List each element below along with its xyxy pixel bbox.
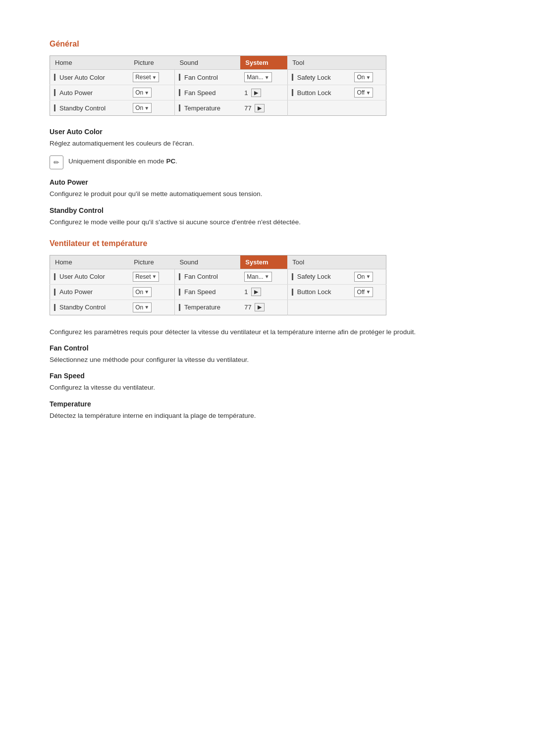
general-section: Général Home Picture Sound System Tool U… [50, 40, 485, 227]
bar-icon [179, 74, 180, 81]
v-col3-fan-control: Fan Control [174, 269, 240, 284]
user-auto-color-desc: Réglez automatiquement les couleurs de l… [50, 139, 485, 149]
v-col2-auto-power-val[interactable]: On▼ [129, 284, 174, 300]
bar-icon [292, 89, 293, 96]
temperature-desc: Détectez la température interne en indiq… [50, 411, 485, 421]
tab-system[interactable]: System [240, 56, 287, 70]
standby-control-desc: Configurez le mode veille pour qu'il s'a… [50, 217, 485, 227]
bar-icon [179, 89, 180, 96]
v-col2-reset[interactable]: Reset▼ [129, 269, 174, 284]
bar-icon [292, 74, 293, 81]
temperature-section: Temperature Détectez la température inte… [50, 400, 485, 421]
v-col5-empty [287, 300, 350, 315]
standby-control-section: Standby Control Configurez le mode veill… [50, 206, 485, 227]
bar-icon [54, 304, 55, 311]
tab2-home[interactable]: Home [50, 255, 129, 269]
bar-icon [292, 273, 293, 280]
dropdown-arrow-icon: ▼ [144, 304, 149, 310]
dropdown-arrow-icon: ▼ [366, 90, 371, 96]
col6-empty [350, 101, 386, 116]
dropdown-arrow-icon: ▼ [152, 75, 157, 80]
dropdown-arrow-icon: ▼ [366, 75, 371, 80]
temperature-arrow-2[interactable]: ▶ [255, 303, 265, 311]
note-text: Uniquement disponible en mode PC. [68, 155, 177, 165]
auto-power-title: Auto Power [50, 178, 485, 186]
col1-standby-control: Standby Control [50, 101, 129, 116]
tab-row: Home Picture Sound System Tool [50, 56, 386, 70]
v-col4-fan-speed-val[interactable]: 1 ▶ [240, 284, 287, 300]
v-col5-safety-lock: Safety Lock [287, 269, 350, 284]
fan-speed-arrow[interactable]: ▶ [251, 89, 261, 97]
v-col6-button-lock-val[interactable]: Off▼ [350, 284, 386, 300]
ventilateur-title: Ventilateur et température [50, 239, 485, 248]
tab2-picture[interactable]: Picture [129, 255, 174, 269]
table-row: Auto Power On▼ Fan Speed 1 ▶ Button Lock [50, 85, 386, 101]
bar-icon [179, 104, 180, 111]
v-col2-standby-val[interactable]: On▼ [129, 300, 174, 315]
ventilateur-table: Home Picture Sound System Tool User Auto… [50, 255, 386, 315]
col6-button-lock-val[interactable]: Off▼ [350, 85, 386, 101]
tab2-system[interactable]: System [240, 255, 287, 269]
fan-control-section: Fan Control Sélectionnez une méthode pou… [50, 344, 485, 365]
auto-power-desc: Configurez le produit pour qu'il se mett… [50, 189, 485, 199]
tab-row-2: Home Picture Sound System Tool [50, 255, 386, 269]
table-row: Standby Control On▼ Temperature 77 ▶ [50, 101, 386, 116]
v-col6-safety-lock-val[interactable]: On▼ [350, 269, 386, 284]
fan-speed-title: Fan Speed [50, 372, 485, 380]
v-col4-fan-control-val[interactable]: Man...▼ [240, 269, 287, 284]
bar-icon [54, 89, 55, 96]
tab-sound[interactable]: Sound [174, 56, 240, 70]
col3-fan-control: Fan Control [174, 70, 240, 85]
temperature-title: Temperature [50, 400, 485, 408]
bar-icon [179, 289, 180, 296]
ventilateur-section: Ventilateur et température Home Picture … [50, 239, 485, 421]
note-icon: ✏ [50, 155, 63, 169]
bar-icon [54, 74, 55, 81]
v-col5-button-lock: Button Lock [287, 284, 350, 300]
v-col3-fan-speed: Fan Speed [174, 284, 240, 300]
col4-fan-control-val[interactable]: Man...▼ [240, 70, 287, 85]
user-auto-color-section: User Auto Color Réglez automatiquement l… [50, 128, 485, 169]
v-col4-temperature-val[interactable]: 77 ▶ [240, 300, 287, 315]
tab2-tool[interactable]: Tool [287, 255, 386, 269]
tab-home[interactable]: Home [50, 56, 129, 70]
tab2-sound[interactable]: Sound [174, 255, 240, 269]
col5-button-lock: Button Lock [287, 85, 350, 101]
auto-power-section: Auto Power Configurez le produit pour qu… [50, 178, 485, 199]
fan-speed-desc: Configurez la vitesse du ventilateur. [50, 383, 485, 393]
ventilateur-desc: Configurez les paramètres requis pour dé… [50, 327, 485, 337]
fan-speed-arrow-2[interactable]: ▶ [251, 288, 261, 296]
col5-empty [287, 101, 350, 116]
dropdown-arrow-icon: ▼ [152, 274, 157, 279]
v-col6-empty [350, 300, 386, 315]
dropdown-arrow-icon: ▼ [144, 105, 149, 111]
table-row-2: Auto Power On▼ Fan Speed 1 ▶ Button Lock [50, 284, 386, 300]
col2-reset[interactable]: Reset▼ [129, 70, 174, 85]
tab-picture[interactable]: Picture [129, 56, 174, 70]
col4-temperature-val[interactable]: 77 ▶ [240, 101, 287, 116]
note-box: ✏ Uniquement disponible en mode PC. [50, 155, 485, 169]
general-table: Home Picture Sound System Tool User Auto… [50, 55, 386, 116]
col2-auto-power-val[interactable]: On▼ [129, 85, 174, 101]
bar-icon [179, 304, 180, 311]
dropdown-arrow-icon: ▼ [265, 75, 269, 80]
bar-icon [54, 104, 55, 111]
table-row: User Auto Color Reset▼ Fan Control Man..… [50, 70, 386, 85]
bar-icon [54, 273, 55, 280]
col3-fan-speed: Fan Speed [174, 85, 240, 101]
col4-fan-speed-val[interactable]: 1 ▶ [240, 85, 287, 101]
fan-control-title: Fan Control [50, 344, 485, 352]
table-row-2: Standby Control On▼ Temperature 77 ▶ [50, 300, 386, 315]
col3-temperature: Temperature [174, 101, 240, 116]
tab-tool[interactable]: Tool [287, 56, 386, 70]
temperature-arrow[interactable]: ▶ [255, 104, 265, 112]
general-title: Général [50, 40, 485, 49]
col2-standby-val[interactable]: On▼ [129, 101, 174, 116]
table-row-2: User Auto Color Reset▼ Fan Control Man..… [50, 269, 386, 284]
v-col1-standby-control: Standby Control [50, 300, 129, 315]
col5-safety-lock: Safety Lock [287, 70, 350, 85]
col6-safety-lock-val[interactable]: On▼ [350, 70, 386, 85]
dropdown-arrow-icon: ▼ [265, 274, 269, 279]
bar-icon [292, 289, 293, 296]
bar-icon [179, 273, 180, 280]
